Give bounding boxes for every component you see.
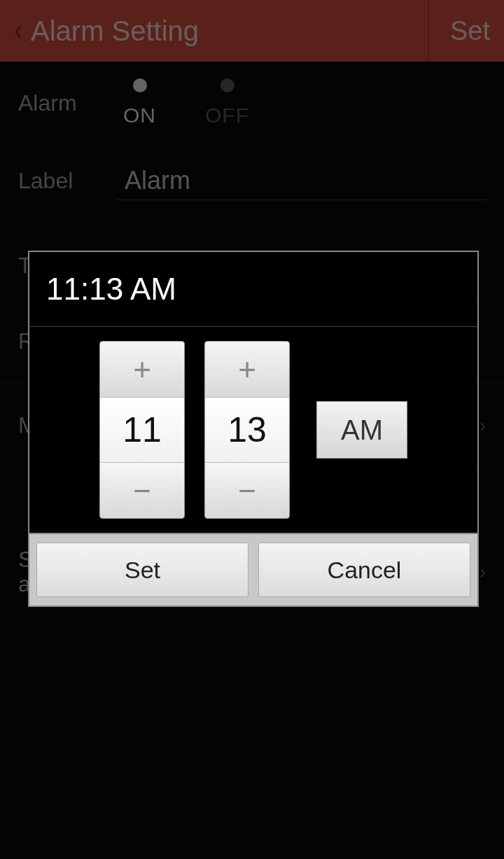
ampm-toggle-button[interactable]: AM xyxy=(316,401,407,459)
hour-increment-button[interactable]: + xyxy=(100,342,184,398)
plus-icon: + xyxy=(238,352,256,387)
plus-icon: + xyxy=(133,352,151,387)
screen: ‹ Alarm Setting Set Alarm ON OFF Label xyxy=(0,0,504,859)
minute-increment-button[interactable]: + xyxy=(205,342,289,398)
dialog-cancel-button[interactable]: Cancel xyxy=(258,543,470,597)
dialog-actions: Set Cancel xyxy=(29,533,477,606)
minute-spinner: + 13 − xyxy=(204,341,290,519)
minute-value[interactable]: 13 xyxy=(205,398,289,462)
hour-spinner: + 11 − xyxy=(99,341,185,519)
time-picker-dialog: 11:13 AM + 11 − + 13 − AM xyxy=(28,251,479,607)
dialog-title: 11:13 AM xyxy=(29,252,477,327)
minus-icon: − xyxy=(133,473,151,508)
hour-value[interactable]: 11 xyxy=(100,398,184,462)
dialog-set-button[interactable]: Set xyxy=(36,543,248,597)
hour-decrement-button[interactable]: − xyxy=(100,462,184,518)
picker-area: + 11 − + 13 − AM xyxy=(29,327,477,533)
minute-decrement-button[interactable]: − xyxy=(205,462,289,518)
minus-icon: − xyxy=(238,473,256,508)
